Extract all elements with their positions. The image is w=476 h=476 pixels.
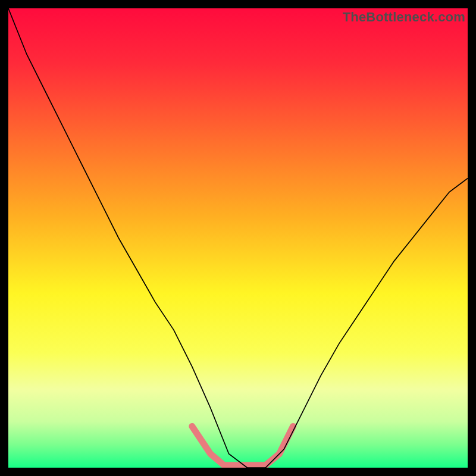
chart-frame: TheBottleneck.com — [0, 0, 476, 476]
plot-area — [8, 8, 468, 468]
bottleneck-curve-series — [8, 8, 468, 468]
watermark-text: TheBottleneck.com — [343, 10, 465, 25]
chart-overlay — [8, 8, 468, 468]
bottom-band-series — [192, 427, 293, 466]
